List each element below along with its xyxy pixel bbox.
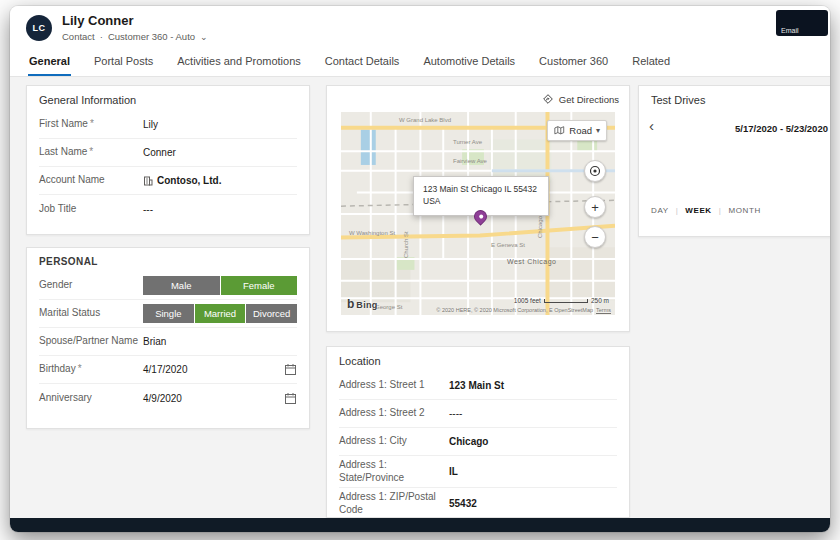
field-value[interactable]: Chicago xyxy=(449,436,488,447)
field-city: Address 1: City Chicago xyxy=(339,428,617,456)
directions-icon xyxy=(542,93,554,105)
tab-contact-details[interactable]: Contact Details xyxy=(324,51,401,76)
form-content: General Information First Name* Lily Las… xyxy=(10,77,830,518)
scale-bar xyxy=(544,299,588,303)
calendar-icon[interactable] xyxy=(284,363,297,376)
map-scale: 1005 feet 250 m xyxy=(514,297,609,304)
view-month[interactable]: MONTH xyxy=(728,206,760,215)
email-button[interactable]: Email xyxy=(776,10,828,36)
field-value[interactable]: 55432 xyxy=(449,498,477,509)
chevron-down-icon: ▾ xyxy=(596,126,600,135)
view-separator: | xyxy=(719,206,722,215)
bing-b-glyph: b xyxy=(347,297,354,311)
field-label: Address 1: Street 2 xyxy=(339,407,425,418)
marital-option-married[interactable]: Married xyxy=(195,304,246,323)
get-directions-button[interactable]: Get Directions xyxy=(542,93,619,105)
view-week[interactable]: WEEK xyxy=(685,206,711,215)
tab-strip: General Portal Posts Activities and Prom… xyxy=(10,50,830,77)
marital-option-divorced[interactable]: Divorced xyxy=(246,304,297,323)
tab-related[interactable]: Related xyxy=(631,51,671,76)
map-attribution: © 2020 HERE, © 2020 Microsoft Corporatio… xyxy=(436,307,611,313)
view-day[interactable]: DAY xyxy=(651,206,669,215)
field-value[interactable]: Brian xyxy=(143,336,166,347)
gender-option-female[interactable]: Female xyxy=(221,276,298,295)
bing-logo: b Bing xyxy=(347,297,378,311)
account-name-value: Contoso, Ltd. xyxy=(157,175,221,186)
field-value[interactable]: Lily xyxy=(143,119,158,130)
scale-feet-label: 1005 feet xyxy=(514,297,541,304)
field-state-province: Address 1: State/Province IL xyxy=(339,456,617,488)
map-viewport[interactable]: W Grand Lake Blvd Turner Ave Fairview Av… xyxy=(341,112,615,315)
field-value[interactable]: IL xyxy=(449,466,458,477)
tab-general[interactable]: General xyxy=(28,51,71,76)
field-label: Address 1: Street 1 xyxy=(339,379,425,390)
field-label: Marital Status xyxy=(39,307,100,318)
get-directions-label: Get Directions xyxy=(559,94,619,105)
minus-icon: − xyxy=(591,230,599,245)
view-separator: | xyxy=(676,206,679,215)
tab-activities-and-promotions[interactable]: Activities and Promotions xyxy=(176,51,302,76)
field-value[interactable]: Conner xyxy=(143,147,176,158)
zoom-in-button[interactable]: + xyxy=(584,196,606,218)
header-bar: LC Lily Conner Contact · Customer 360 - … xyxy=(10,6,830,50)
required-asterisk: * xyxy=(78,363,82,374)
chevron-down-icon[interactable]: ⌄ xyxy=(200,32,208,42)
section-title: Test Drives xyxy=(639,86,830,111)
general-information-card: General Information First Name* Lily Las… xyxy=(26,85,310,235)
field-value[interactable]: ---- xyxy=(449,408,462,419)
field-value[interactable]: --- xyxy=(143,204,153,215)
field-label: Account Name xyxy=(39,174,105,185)
field-first-name: First Name* Lily xyxy=(39,111,297,139)
field-street1: Address 1: Street 1 123 Main St xyxy=(339,372,617,400)
field-label: Last Name xyxy=(39,146,87,157)
field-spouse-name: Spouse/Partner Name Brian xyxy=(39,328,297,356)
calendar-view-switcher: DAY | WEEK | MONTH xyxy=(651,206,761,215)
attribution-text: © 2020 HERE, © 2020 Microsoft Corporatio… xyxy=(436,307,593,313)
marital-toggle: Single Married Divorced xyxy=(143,304,297,323)
location-card: Location Address 1: Street 1 123 Main St… xyxy=(326,346,630,518)
personal-card: PERSONAL Gender Male Female Marital Stat… xyxy=(26,247,310,429)
locate-me-button[interactable] xyxy=(584,160,606,182)
field-label: Address 1: City xyxy=(339,435,407,446)
locate-icon xyxy=(588,164,602,178)
field-value[interactable]: 4/17/2020 xyxy=(143,364,188,375)
map-style-dropdown[interactable]: Road ▾ xyxy=(547,120,607,141)
app-window: LC Lily Conner Contact · Customer 360 - … xyxy=(10,6,830,532)
map-style-icon xyxy=(554,125,565,136)
scale-meters-label: 250 m xyxy=(591,297,609,304)
zoom-out-button[interactable]: − xyxy=(584,226,606,248)
form-selector[interactable]: Customer 360 - Auto xyxy=(108,31,195,42)
field-label: Address 1: ZIP/Postal Code xyxy=(339,491,436,515)
field-gender: Gender Male Female xyxy=(39,272,297,300)
account-lookup-link[interactable]: Contoso, Ltd. xyxy=(143,175,221,186)
field-street2: Address 1: Street 2 ---- xyxy=(339,400,617,428)
email-button-label: Email xyxy=(781,27,799,34)
required-asterisk: * xyxy=(89,146,93,157)
field-value[interactable]: 123 Main St xyxy=(449,380,504,391)
field-job-title: Job Title --- xyxy=(39,195,297,223)
field-value[interactable]: 4/9/2020 xyxy=(143,393,182,404)
calendar-icon[interactable] xyxy=(284,392,297,405)
bing-wordmark: Bing xyxy=(356,300,377,310)
map-card: Get Directions xyxy=(326,85,630,332)
test-drives-card: Test Drives ‹ 5/17/2020 - 5/23/2020 DAY … xyxy=(638,85,830,237)
field-last-name: Last Name* Conner xyxy=(39,139,297,167)
field-account-name: Account Name Contoso, Ltd. xyxy=(39,167,297,195)
building-icon xyxy=(143,176,153,186)
tab-automotive-details[interactable]: Automotive Details xyxy=(422,51,516,76)
marital-option-single[interactable]: Single xyxy=(143,304,194,323)
gender-option-male[interactable]: Male xyxy=(143,276,220,295)
calendar-prev-button[interactable]: ‹ xyxy=(649,118,654,133)
terms-link[interactable]: Terms xyxy=(596,307,611,313)
field-anniversary: Anniversary 4/9/2020 xyxy=(39,384,297,412)
tab-customer-360[interactable]: Customer 360 xyxy=(538,51,609,76)
section-title: General Information xyxy=(27,86,309,111)
field-zip-postal: Address 1: ZIP/Postal Code 55432 xyxy=(339,488,617,518)
tooltip-country-line: USA xyxy=(423,196,539,208)
field-label: First Name xyxy=(39,118,88,129)
calendar-date-range: 5/17/2020 - 5/23/2020 xyxy=(735,123,828,134)
tab-portal-posts[interactable]: Portal Posts xyxy=(93,51,154,76)
plus-icon: + xyxy=(591,200,599,215)
section-title: Location xyxy=(327,347,629,372)
field-label: Spouse/Partner Name xyxy=(39,335,138,346)
